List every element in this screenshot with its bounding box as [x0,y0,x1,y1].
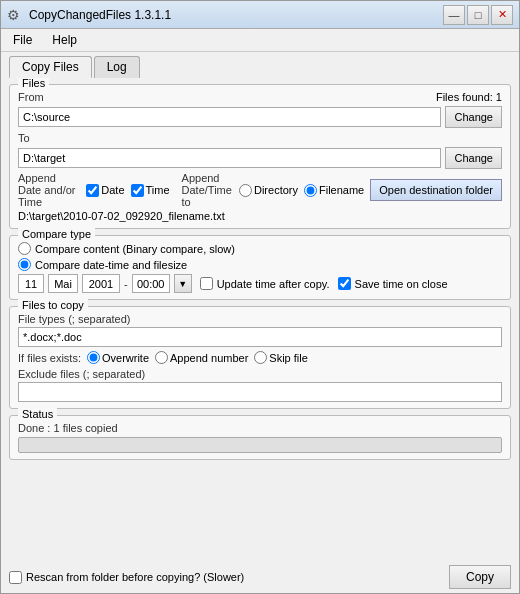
compare-option1-row: Compare content (Binary compare, slow) [18,242,502,255]
status-group-label: Status [18,408,57,420]
title-bar: ⚙ CopyChangedFiles 1.3.1.1 — □ ✕ [1,1,519,29]
time-input[interactable] [132,274,170,293]
append-datetime-label: Append Date and/or Time [18,172,80,208]
date-checkbox[interactable] [86,184,99,197]
rescan-check-wrap: Rescan from folder before copying? (Slow… [9,571,449,584]
to-input-row: Change [18,147,502,169]
files-to-copy-group: Files to copy File types (; separated) I… [9,306,511,409]
status-text: Done : 1 files copied [18,422,502,434]
menu-help[interactable]: Help [46,31,83,49]
files-to-copy-label: Files to copy [18,299,88,311]
filename-radio-wrap: Filename [304,184,364,197]
maximize-button[interactable]: □ [467,5,489,25]
save-time-row: Save time on close [338,277,448,290]
to-input[interactable] [18,148,441,168]
tab-bar: Copy Files Log [1,52,519,78]
save-time-checkbox[interactable] [338,277,351,290]
preview-path: D:\target\2010-07-02_092920_filename.txt [18,210,502,222]
files-group-label: Files [18,78,49,89]
compare-datetime-label: Compare date-time and filesize [35,259,187,271]
append-row: Append Date and/or Time Date Time Append… [18,172,502,208]
save-time-label: Save time on close [355,278,448,290]
compare-datetime-radio[interactable] [18,258,31,271]
status-group: Status Done : 1 files copied [9,415,511,460]
filename-label: Filename [319,184,364,196]
window-title: CopyChangedFiles 1.3.1.1 [29,8,443,22]
from-input-row: Change [18,106,502,128]
app-icon: ⚙ [7,7,23,23]
append-number-label: Append number [170,352,248,364]
directory-label: Directory [254,184,298,196]
minimize-button[interactable]: — [443,5,465,25]
filename-radio[interactable] [304,184,317,197]
if-exists-label: If files exists: [18,352,81,364]
date-month-input[interactable] [48,274,78,293]
update-time-row: Update time after copy. [200,277,330,290]
append-to-label: Append Date/Time to [182,172,233,208]
exclude-label: Exclude files (; separated) [18,368,502,380]
time-checkbox[interactable] [131,184,144,197]
overwrite-radio[interactable] [87,351,100,364]
rescan-label: Rescan from folder before copying? (Slow… [26,571,244,583]
time-check-label: Time [146,184,170,196]
from-change-button[interactable]: Change [445,106,502,128]
from-row: From Files found: 1 [18,91,502,103]
date-dropdown-button[interactable]: ▼ [174,274,192,293]
main-content: Files From Files found: 1 Change To Chan… [1,78,519,561]
compare-group: Compare type Compare content (Binary com… [9,235,511,300]
tab-copy-files[interactable]: Copy Files [9,56,92,78]
directory-radio-wrap: Directory [239,184,298,197]
date-check-label: Date [101,184,124,196]
progress-bar [18,437,502,453]
copy-button[interactable]: Copy [449,565,511,589]
file-types-label: File types (; separated) [18,313,502,325]
directory-radio[interactable] [239,184,252,197]
date-day-input[interactable] [18,274,44,293]
overwrite-label: Overwrite [102,352,149,364]
append-number-radio[interactable] [155,351,168,364]
to-change-button[interactable]: Change [445,147,502,169]
files-group: Files From Files found: 1 Change To Chan… [9,84,511,229]
date-separator: - [124,278,128,290]
bottom-row: Rescan from folder before copying? (Slow… [1,561,519,593]
date-time-row: - ▼ Update time after copy. Save time on… [18,274,502,293]
compare-group-label: Compare type [18,228,95,240]
menu-file[interactable]: File [7,31,38,49]
update-time-label: Update time after copy. [217,278,330,290]
close-button[interactable]: ✕ [491,5,513,25]
skip-file-radio-wrap: Skip file [254,351,308,364]
compare-content-radio[interactable] [18,242,31,255]
from-input[interactable] [18,107,441,127]
skip-file-radio[interactable] [254,351,267,364]
update-time-checkbox[interactable] [200,277,213,290]
time-check-wrap: Time [131,184,170,197]
date-year-input[interactable] [82,274,120,293]
overwrite-radio-wrap: Overwrite [87,351,149,364]
open-folder-button[interactable]: Open destination folder [370,179,502,201]
compare-content-label: Compare content (Binary compare, slow) [35,243,235,255]
exclude-input[interactable] [18,382,502,402]
compare-option2-row: Compare date-time and filesize [18,258,502,271]
rescan-checkbox[interactable] [9,571,22,584]
if-files-row: If files exists: Overwrite Append number… [18,351,502,364]
to-label: To [18,132,42,144]
files-found-label: Files found: 1 [436,91,502,103]
file-types-input[interactable] [18,327,502,347]
from-label: From [18,91,44,103]
to-row: To [18,132,502,144]
append-number-radio-wrap: Append number [155,351,248,364]
menu-bar: File Help [1,29,519,52]
skip-file-label: Skip file [269,352,308,364]
window-controls: — □ ✕ [443,5,513,25]
tab-log[interactable]: Log [94,56,140,78]
date-check-wrap: Date [86,184,124,197]
main-window: ⚙ CopyChangedFiles 1.3.1.1 — □ ✕ File He… [0,0,520,594]
